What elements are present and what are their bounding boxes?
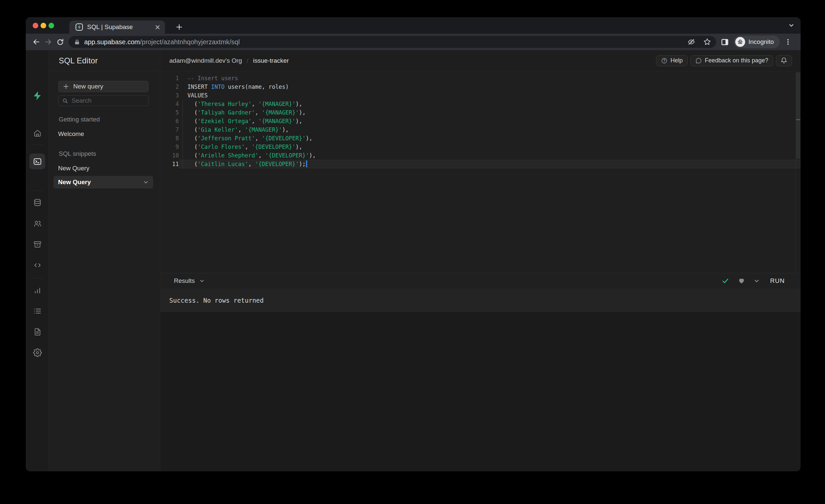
lock-icon bbox=[74, 39, 80, 45]
rail-item-edge-functions[interactable] bbox=[26, 261, 49, 270]
sidebar-item-new-query[interactable]: New Query bbox=[54, 176, 153, 189]
rail-item-home[interactable] bbox=[26, 129, 49, 138]
sidebar-section-label: SQL snippets bbox=[58, 150, 151, 157]
sidebar-item-label: New Query bbox=[58, 178, 91, 186]
code-line: 3VALUES bbox=[160, 91, 801, 100]
code-line-content: VALUES bbox=[179, 91, 801, 100]
tab-search-button[interactable] bbox=[788, 22, 795, 29]
bookmark-star-icon[interactable] bbox=[703, 38, 711, 46]
feedback-button[interactable]: Feedback on this page? bbox=[690, 55, 773, 66]
gear-icon bbox=[33, 348, 42, 357]
incognito-badge[interactable]: Incognito bbox=[734, 35, 780, 48]
browser-toolbar: app.supabase.com/project/azahtnhqohyjerz… bbox=[26, 34, 801, 50]
rail-divider bbox=[31, 191, 44, 191]
browser-tab[interactable]: SQL | Supabase bbox=[69, 20, 165, 34]
run-button[interactable]: RUN bbox=[770, 277, 785, 285]
new-query-button[interactable]: New query bbox=[58, 81, 149, 92]
rail-item-settings[interactable] bbox=[26, 348, 49, 357]
breadcrumb-project[interactable]: issue-tracker bbox=[253, 57, 289, 64]
sql-editor-sidebar: SQL Editor New query Getting startedWe bbox=[49, 50, 160, 471]
rail-divider bbox=[31, 145, 44, 145]
new-query-button-label: New query bbox=[73, 83, 103, 90]
breadcrumb: adam@windmill.dev's Org / issue-tracker bbox=[169, 57, 656, 64]
feedback-button-label: Feedback on this page? bbox=[705, 57, 768, 64]
forward-button[interactable] bbox=[42, 36, 54, 48]
notifications-button[interactable] bbox=[776, 55, 792, 66]
code-line-content: ('Carlo Flores', '{DEVELOPER}'), bbox=[179, 143, 801, 151]
arrow-left-icon bbox=[32, 38, 41, 46]
code-line: 8 ('Jefferson Pratt', '{DEVELOPER}'), bbox=[160, 134, 801, 143]
url-text: app.supabase.com/project/azahtnhqohyjerz… bbox=[84, 38, 240, 46]
sidebar-section-label: Getting started bbox=[58, 116, 151, 123]
chevron-down-icon bbox=[199, 278, 205, 284]
scrollbar-thumb[interactable] bbox=[796, 72, 800, 159]
favorite-heart-icon[interactable] bbox=[738, 277, 745, 285]
editor-lines[interactable]: 1-- Insert users2INSERT INTO users(name,… bbox=[160, 71, 801, 168]
sql-code-editor[interactable]: 1-- Insert users2INSERT INTO users(name,… bbox=[160, 71, 801, 273]
code-line-content: ('Arielle Shepherd', '{DEVELOPER}'), bbox=[179, 151, 801, 160]
line-number: 6 bbox=[160, 117, 179, 126]
side-panel-icon[interactable] bbox=[721, 38, 729, 46]
file-text-icon bbox=[33, 328, 42, 336]
minimize-window-button[interactable] bbox=[41, 23, 46, 28]
search-input[interactable] bbox=[72, 97, 138, 104]
code-line: 9 ('Carlo Flores', '{DEVELOPER}'), bbox=[160, 143, 801, 151]
close-tab-icon[interactable] bbox=[155, 24, 160, 30]
url-path: /project/azahtnhqohyjerzaxtmk/sql bbox=[140, 38, 240, 46]
editor-scrollbar[interactable] bbox=[796, 71, 801, 273]
text-cursor bbox=[306, 160, 307, 167]
arrow-right-icon bbox=[44, 38, 53, 46]
rail-item-database[interactable] bbox=[26, 198, 49, 207]
zoom-window-button[interactable] bbox=[49, 23, 54, 28]
line-number: 3 bbox=[160, 91, 179, 100]
line-number: 10 bbox=[160, 151, 179, 160]
sidebar-item-new-query[interactable]: New Query bbox=[54, 162, 153, 174]
rail-item-authentication[interactable] bbox=[26, 219, 49, 228]
results-empty-area bbox=[160, 312, 801, 471]
rail-item-storage[interactable] bbox=[26, 240, 49, 249]
address-bar[interactable]: app.supabase.com/project/azahtnhqohyjerz… bbox=[69, 36, 716, 48]
breadcrumb-separator: / bbox=[246, 57, 248, 64]
code-line-content: INSERT INTO users(name, roles) bbox=[179, 82, 801, 91]
sidebar-item-welcome[interactable]: Welcome bbox=[54, 128, 153, 140]
sidebar-section: Getting startedWelcome bbox=[58, 116, 151, 140]
code-line: 11 ('Caitlin Lucas', '{DEVELOPER}'); bbox=[160, 160, 801, 168]
run-options-chevron-icon[interactable] bbox=[754, 278, 760, 284]
browser-menu-icon[interactable] bbox=[784, 38, 792, 46]
help-circle-icon bbox=[661, 57, 668, 64]
code-line: 1-- Insert users bbox=[160, 74, 801, 82]
list-icon bbox=[33, 307, 42, 315]
reload-button[interactable] bbox=[54, 36, 66, 48]
line-number: 4 bbox=[160, 100, 179, 108]
rail-item-reports[interactable] bbox=[26, 286, 49, 295]
eye-off-icon[interactable] bbox=[687, 38, 696, 46]
help-button[interactable]: Help bbox=[656, 55, 688, 66]
rail-item-sql-editor[interactable] bbox=[29, 153, 45, 169]
results-bar: Results RUN bbox=[160, 273, 801, 288]
app-header: adam@windmill.dev's Org / issue-tracker … bbox=[160, 50, 801, 71]
results-dropdown[interactable]: Results bbox=[174, 277, 722, 285]
line-number: 2 bbox=[160, 82, 179, 91]
users-icon bbox=[33, 219, 42, 228]
page-title: SQL Editor bbox=[59, 56, 98, 65]
incognito-label: Incognito bbox=[748, 38, 774, 46]
back-button[interactable] bbox=[30, 36, 42, 48]
supabase-logo[interactable] bbox=[26, 90, 49, 102]
chevron-down-icon bbox=[143, 179, 149, 185]
rail-item-logs[interactable] bbox=[26, 307, 49, 315]
incognito-icon bbox=[737, 39, 744, 45]
rail-item-docs[interactable] bbox=[26, 328, 49, 336]
code-line-content: ('Taliyah Gardner', '{MANAGER}'), bbox=[179, 108, 801, 117]
search-icon bbox=[62, 98, 68, 104]
new-tab-button[interactable] bbox=[173, 21, 185, 33]
line-number: 1 bbox=[160, 74, 179, 82]
results-label: Results bbox=[174, 277, 195, 285]
close-window-button[interactable] bbox=[33, 23, 38, 28]
help-button-label: Help bbox=[671, 57, 683, 64]
plus-icon bbox=[63, 83, 69, 90]
snippet-search[interactable] bbox=[58, 95, 149, 106]
supabase-favicon-icon bbox=[75, 23, 83, 31]
breadcrumb-org[interactable]: adam@windmill.dev's Org bbox=[169, 57, 242, 64]
chevron-down-icon bbox=[788, 22, 795, 29]
code-line: 7 ('Gia Keller', '{MANAGER}'), bbox=[160, 126, 801, 134]
